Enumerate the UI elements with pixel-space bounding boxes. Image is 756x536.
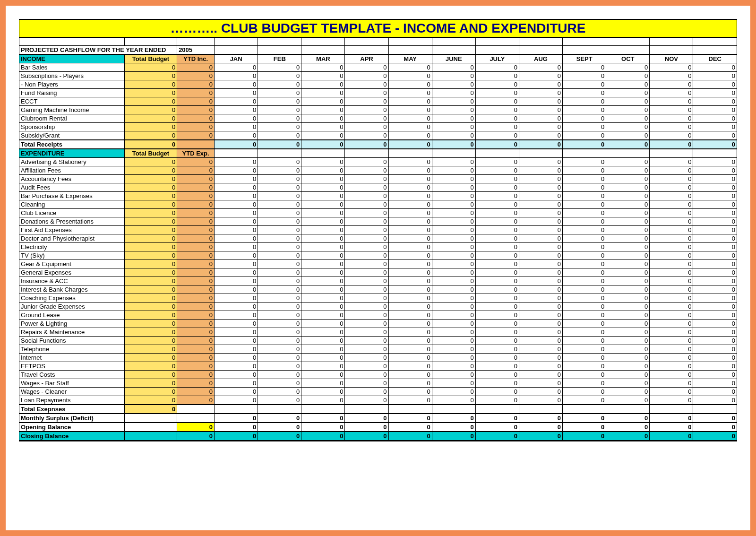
exp-cell[interactable]: 0 (650, 208, 693, 217)
opening-cell[interactable]: 0 (388, 423, 432, 432)
income-cell[interactable]: 0 (388, 71, 432, 80)
income-cell[interactable]: 0 (301, 131, 345, 140)
exp-cell[interactable]: 0 (475, 311, 519, 319)
income-cell[interactable]: 0 (432, 122, 475, 131)
exp-cell[interactable]: 0 (693, 234, 737, 242)
income-cell[interactable]: 0 (606, 105, 650, 114)
exp-cell[interactable]: 0 (563, 345, 606, 353)
exp-cell-tb[interactable]: 0 (124, 268, 177, 277)
income-cell[interactable]: 0 (693, 63, 737, 71)
exp-cell[interactable]: 0 (475, 387, 519, 396)
exp-cell[interactable]: 0 (693, 251, 737, 259)
exp-cell-tb[interactable]: 0 (124, 157, 177, 166)
exp-cell[interactable]: 0 (215, 225, 258, 234)
income-cell[interactable]: 0 (475, 105, 519, 114)
exp-cell[interactable]: 0 (693, 191, 737, 200)
income-cell[interactable]: 0 (432, 80, 475, 88)
exp-cell[interactable]: 0 (519, 294, 562, 302)
exp-cell[interactable]: 0 (345, 319, 388, 328)
exp-cell[interactable]: 0 (650, 328, 693, 336)
exp-cell-tb[interactable]: 0 (124, 345, 177, 353)
exp-cell[interactable]: 0 (606, 319, 650, 328)
exp-cell-ytd[interactable]: 0 (177, 336, 215, 345)
income-cell[interactable]: 0 (388, 131, 432, 140)
exp-cell[interactable]: 0 (215, 353, 258, 362)
exp-cell[interactable]: 0 (345, 328, 388, 336)
income-cell-tb[interactable]: 0 (124, 88, 177, 97)
exp-cell[interactable]: 0 (563, 370, 606, 379)
exp-cell[interactable]: 0 (519, 268, 562, 277)
exp-cell[interactable]: 0 (650, 174, 693, 183)
income-cell[interactable]: 0 (519, 105, 562, 114)
income-cell[interactable]: 0 (606, 131, 650, 140)
exp-cell[interactable]: 0 (388, 200, 432, 208)
income-cell[interactable]: 0 (650, 71, 693, 80)
exp-cell[interactable]: 0 (215, 251, 258, 259)
exp-cell[interactable]: 0 (606, 311, 650, 319)
exp-cell[interactable]: 0 (650, 242, 693, 251)
exp-cell[interactable]: 0 (258, 234, 301, 242)
income-cell[interactable]: 0 (693, 105, 737, 114)
income-cell[interactable]: 0 (475, 131, 519, 140)
exp-cell-tb[interactable]: 0 (124, 336, 177, 345)
exp-cell[interactable]: 0 (301, 319, 345, 328)
exp-cell[interactable]: 0 (475, 234, 519, 242)
exp-cell[interactable]: 0 (301, 277, 345, 285)
exp-cell[interactable]: 0 (258, 217, 301, 225)
exp-cell[interactable]: 0 (432, 166, 475, 174)
exp-cell[interactable]: 0 (432, 362, 475, 370)
exp-cell[interactable]: 0 (650, 302, 693, 311)
income-cell[interactable]: 0 (432, 105, 475, 114)
exp-cell-ytd[interactable]: 0 (177, 370, 215, 379)
exp-cell[interactable]: 0 (563, 268, 606, 277)
exp-cell[interactable]: 0 (650, 396, 693, 405)
income-cell[interactable]: 0 (693, 88, 737, 97)
exp-cell[interactable]: 0 (258, 191, 301, 200)
exp-cell[interactable]: 0 (650, 225, 693, 234)
exp-cell[interactable]: 0 (345, 285, 388, 294)
exp-cell[interactable]: 0 (432, 379, 475, 387)
exp-cell[interactable]: 0 (519, 345, 562, 353)
exp-cell[interactable]: 0 (388, 379, 432, 387)
exp-cell[interactable]: 0 (475, 285, 519, 294)
exp-cell[interactable]: 0 (432, 157, 475, 166)
exp-cell[interactable]: 0 (345, 362, 388, 370)
exp-cell[interactable]: 0 (432, 208, 475, 217)
exp-cell[interactable]: 0 (432, 345, 475, 353)
exp-cell[interactable]: 0 (388, 277, 432, 285)
opening-cell[interactable]: 0 (215, 423, 258, 432)
exp-cell[interactable]: 0 (563, 191, 606, 200)
exp-cell[interactable]: 0 (388, 217, 432, 225)
exp-cell[interactable]: 0 (606, 183, 650, 191)
exp-cell[interactable]: 0 (345, 242, 388, 251)
exp-cell[interactable]: 0 (388, 191, 432, 200)
exp-cell[interactable]: 0 (693, 362, 737, 370)
exp-cell[interactable]: 0 (475, 259, 519, 268)
exp-cell[interactable]: 0 (258, 362, 301, 370)
exp-cell[interactable]: 0 (432, 174, 475, 183)
exp-cell[interactable]: 0 (345, 225, 388, 234)
income-cell[interactable]: 0 (475, 88, 519, 97)
income-cell[interactable]: 0 (258, 131, 301, 140)
exp-cell[interactable]: 0 (258, 251, 301, 259)
exp-cell-ytd[interactable]: 0 (177, 259, 215, 268)
exp-cell[interactable]: 0 (606, 328, 650, 336)
exp-cell[interactable]: 0 (563, 319, 606, 328)
exp-cell[interactable]: 0 (258, 302, 301, 311)
exp-cell[interactable]: 0 (388, 319, 432, 328)
exp-cell[interactable]: 0 (258, 294, 301, 302)
income-cell[interactable]: 0 (475, 63, 519, 71)
exp-cell[interactable]: 0 (301, 336, 345, 345)
income-cell[interactable]: 0 (693, 97, 737, 105)
exp-cell-tb[interactable]: 0 (124, 259, 177, 268)
exp-cell[interactable]: 0 (563, 302, 606, 311)
exp-cell[interactable]: 0 (388, 225, 432, 234)
income-cell[interactable]: 0 (215, 71, 258, 80)
exp-cell[interactable]: 0 (650, 311, 693, 319)
exp-cell[interactable]: 0 (301, 379, 345, 387)
income-cell[interactable]: 0 (650, 63, 693, 71)
exp-cell[interactable]: 0 (388, 251, 432, 259)
exp-cell[interactable]: 0 (475, 362, 519, 370)
exp-cell[interactable]: 0 (606, 396, 650, 405)
income-cell[interactable]: 0 (301, 88, 345, 97)
